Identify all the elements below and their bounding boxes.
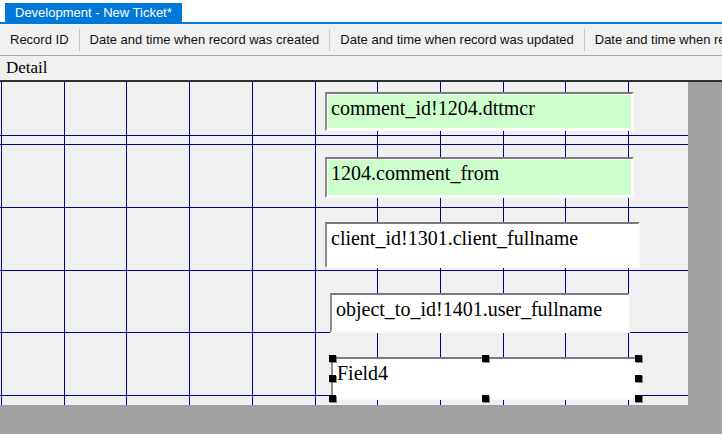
field-box-comment-dttmcr[interactable]: comment_id!1204.dttmcr [325, 92, 634, 131]
resize-handle-bottom-middle[interactable] [482, 395, 489, 402]
report-designer-window: Development - New Ticket* Record ID Date… [0, 0, 722, 434]
resize-handle-top-middle[interactable] [482, 355, 489, 362]
tab-strip: Development - New Ticket* [0, 0, 722, 24]
resize-handle-middle-right[interactable] [635, 375, 642, 382]
field-box-user-fullname[interactable]: object_to_id!1401.user_fullname [330, 293, 630, 333]
field-text: object_to_id!1401.user_fullname [332, 295, 628, 321]
field-text: Field4 [333, 359, 638, 385]
band-label: Detail [6, 58, 48, 77]
resize-handle-middle-left[interactable] [329, 375, 336, 382]
field-box-client-fullname[interactable]: client_id!1301.client_fullname [325, 222, 640, 268]
field-text: client_id!1301.client_fullname [327, 224, 638, 250]
field-box-comment-from[interactable]: 1204.comment_from [325, 157, 634, 198]
palette-item-closed[interactable]: Date and time when record was clos [585, 24, 722, 55]
palette-item-updated[interactable]: Date and time when record was updated [330, 24, 583, 55]
tab-title: Development - New Ticket* [15, 5, 172, 20]
resize-handle-top-right[interactable] [635, 355, 642, 362]
design-workspace: comment_id!1204.dttmcr 1204.comment_from… [0, 82, 722, 434]
palette-item-created[interactable]: Date and time when record was created [80, 24, 330, 55]
field-palette-toolbar: Record ID Date and time when record was … [0, 24, 722, 55]
detail-band-header[interactable]: Detail [0, 55, 722, 82]
resize-handle-bottom-left[interactable] [329, 395, 336, 402]
resize-handle-top-left[interactable] [329, 355, 336, 362]
field-text: 1204.comment_from [327, 159, 632, 185]
resize-handle-bottom-right[interactable] [635, 395, 642, 402]
palette-item-record-id[interactable]: Record ID [0, 24, 79, 55]
field-text: comment_id!1204.dttmcr [327, 94, 632, 120]
tab-development-new-ticket[interactable]: Development - New Ticket* [5, 3, 182, 22]
field-box-field4-selected[interactable]: Field4 [331, 357, 640, 400]
